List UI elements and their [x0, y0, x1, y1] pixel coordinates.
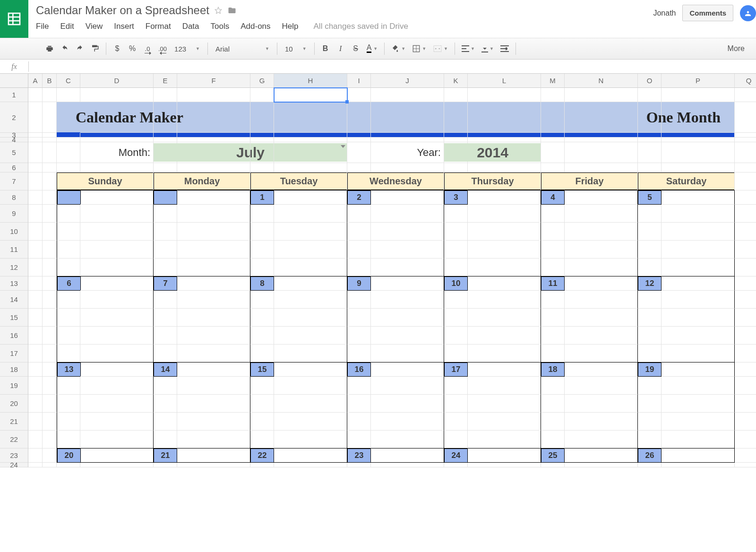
cell-Q4[interactable]: [735, 138, 756, 142]
cell-P2[interactable]: [662, 102, 735, 133]
cell-G14[interactable]: [250, 291, 274, 309]
cell-M8[interactable]: 4: [541, 190, 565, 205]
cell-F19[interactable]: [177, 377, 250, 395]
toolbar-more[interactable]: More: [728, 44, 747, 53]
cell-M9[interactable]: [541, 205, 565, 223]
cell-P16[interactable]: [662, 327, 735, 345]
cell-N3[interactable]: [565, 133, 638, 138]
col-header-K[interactable]: K: [444, 74, 468, 88]
cell-H11[interactable]: [274, 241, 347, 259]
cell-G6[interactable]: [250, 163, 274, 172]
cell-A4[interactable]: [28, 138, 43, 142]
cell-I18[interactable]: 16: [347, 362, 371, 377]
cell-B19[interactable]: [43, 377, 57, 395]
cell-C8[interactable]: [57, 190, 80, 205]
menu-tools[interactable]: Tools: [211, 22, 230, 31]
cell-G10[interactable]: [250, 223, 274, 241]
cell-N7[interactable]: [565, 172, 638, 190]
cell-N9[interactable]: [565, 205, 638, 223]
row-header-16[interactable]: 16: [0, 327, 28, 345]
cell-G16[interactable]: [250, 327, 274, 345]
cell-Q16[interactable]: [735, 327, 756, 345]
cell-I22[interactable]: [347, 431, 371, 448]
cell-Q20[interactable]: [735, 395, 756, 413]
cell-I13[interactable]: 9: [347, 276, 371, 291]
cell-P11[interactable]: [662, 241, 735, 259]
cell-C6[interactable]: [57, 163, 80, 172]
cell-K18[interactable]: 17: [444, 362, 468, 377]
cell-N10[interactable]: [565, 223, 638, 241]
date-14[interactable]: 14: [154, 362, 177, 377]
cell-C1[interactable]: [57, 88, 80, 102]
redo-icon[interactable]: [73, 42, 87, 56]
cell-G22[interactable]: [250, 431, 274, 448]
cell-A17[interactable]: [28, 345, 43, 362]
cell-C21[interactable]: [57, 413, 80, 431]
cell-N2[interactable]: [565, 102, 638, 133]
cell-K5[interactable]: 2014: [444, 142, 468, 163]
cell-K17[interactable]: [444, 345, 468, 362]
cell-M14[interactable]: [541, 291, 565, 309]
cell-Q24[interactable]: [735, 463, 756, 467]
cell-C17[interactable]: [57, 345, 80, 362]
cell-C22[interactable]: [57, 431, 80, 448]
cell-L17[interactable]: [468, 345, 541, 362]
cell-G21[interactable]: [250, 413, 274, 431]
cell-L18[interactable]: [468, 362, 541, 377]
paint-format-icon[interactable]: [88, 42, 102, 56]
cell-M24[interactable]: [541, 463, 565, 467]
cell-J21[interactable]: [371, 413, 444, 431]
cell-K19[interactable]: [444, 377, 468, 395]
cell-C2[interactable]: Calendar MakerOne Month: [57, 102, 80, 133]
cell-N1[interactable]: [565, 88, 638, 102]
cell-K15[interactable]: [444, 309, 468, 327]
cell-O20[interactable]: [638, 395, 662, 413]
cell-C24[interactable]: [57, 463, 80, 467]
cell-G13[interactable]: 8: [250, 276, 274, 291]
cell-G2[interactable]: [250, 102, 274, 133]
date-1[interactable]: 1: [250, 190, 274, 205]
col-header-J[interactable]: J: [371, 74, 444, 88]
cell-A21[interactable]: [28, 413, 43, 431]
row-header-7[interactable]: 7: [0, 172, 28, 190]
cell-D8[interactable]: [80, 190, 154, 205]
cell-C7[interactable]: Sunday: [57, 172, 80, 190]
cell-K7[interactable]: Thursday: [444, 172, 468, 190]
cell-O19[interactable]: [638, 377, 662, 395]
cell-E4[interactable]: [154, 138, 177, 142]
cell-H4[interactable]: [274, 138, 347, 142]
cell-Q5[interactable]: [735, 142, 756, 163]
col-header-Q[interactable]: Q: [735, 74, 756, 88]
cell-B4[interactable]: [43, 138, 57, 142]
date-2[interactable]: 2: [347, 190, 371, 205]
date-20[interactable]: 20: [57, 448, 81, 463]
cell-A6[interactable]: [28, 163, 43, 172]
cell-M19[interactable]: [541, 377, 565, 395]
cell-D20[interactable]: [80, 395, 154, 413]
cell-J10[interactable]: [371, 223, 444, 241]
number-format-dropdown[interactable]: 123▼: [171, 45, 204, 53]
cell-B17[interactable]: [43, 345, 57, 362]
row-header-5[interactable]: 5: [0, 142, 28, 163]
cell-B5[interactable]: [43, 142, 57, 163]
cell-I24[interactable]: [347, 463, 371, 467]
row-header-11[interactable]: 11: [0, 241, 28, 259]
cell-B11[interactable]: [43, 241, 57, 259]
cell-A2[interactable]: [28, 102, 43, 133]
cell-P13[interactable]: [662, 276, 735, 291]
cell-F18[interactable]: [177, 362, 250, 377]
date-23[interactable]: 23: [347, 448, 371, 463]
cell-N19[interactable]: [565, 377, 638, 395]
cell-B20[interactable]: [43, 395, 57, 413]
cell-Q14[interactable]: [735, 291, 756, 309]
cell-K2[interactable]: [444, 102, 468, 133]
col-header-H[interactable]: H: [274, 74, 347, 88]
cell-O8[interactable]: 5: [638, 190, 662, 205]
cell-D23[interactable]: [80, 448, 154, 463]
cell-F21[interactable]: [177, 413, 250, 431]
cell-D15[interactable]: [80, 309, 154, 327]
cell-E24[interactable]: [154, 463, 177, 467]
row-header-15[interactable]: 15: [0, 309, 28, 327]
cell-L19[interactable]: [468, 377, 541, 395]
cell-K22[interactable]: [444, 431, 468, 448]
